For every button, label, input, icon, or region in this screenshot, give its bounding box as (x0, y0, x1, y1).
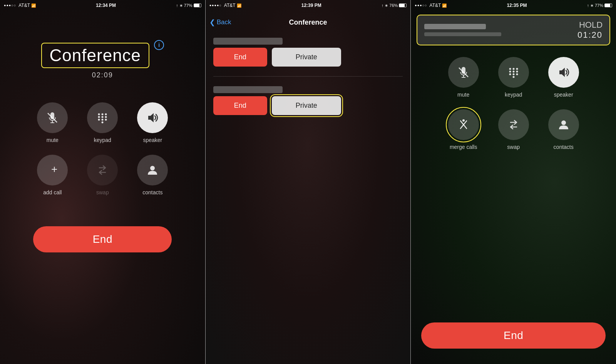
keypad-btn-right[interactable]: keypad (492, 57, 535, 98)
svg-point-6 (98, 116, 100, 118)
battery-pct-mid: 76% (389, 3, 398, 8)
svg-point-15 (150, 166, 155, 170)
conf-actions-2: End Private (213, 96, 403, 115)
buttons-grid-left: mute keypad (31, 102, 174, 195)
buttons-grid-right: mute keypad (442, 57, 585, 150)
hold-card-right: HOLD 01:20 (578, 20, 603, 40)
panel-right: ●●●○○ AT&T 📶 12:35 PM ↑ ∗ 77% HOLD 01:20 (411, 0, 616, 364)
battery-icon-left (194, 3, 201, 7)
back-button-mid[interactable]: ❮ Back (209, 18, 231, 27)
panel-middle: ●●●●○ AT&T 📶 12:39 PM ↑ ∗ 76% ❮ Back Con… (206, 0, 411, 364)
svg-point-3 (98, 114, 100, 115)
svg-point-7 (102, 116, 104, 118)
conf-caller-bar-1 (213, 38, 283, 45)
end-button-left[interactable]: End (33, 226, 172, 252)
conference-title-text: Conference (50, 46, 141, 65)
svg-point-12 (102, 122, 104, 124)
svg-marker-29 (559, 68, 565, 77)
bluetooth-icon-left: ∗ (179, 3, 183, 8)
contacts-icon-right (557, 119, 570, 131)
speaker-btn-left[interactable]: speaker (131, 102, 174, 143)
carrier-left: AT&T (18, 3, 30, 8)
svg-point-5 (105, 114, 107, 115)
swap-icon-right (507, 119, 520, 131)
signal-dots: ●●●○○ (4, 3, 16, 7)
mute-btn-right[interactable]: mute (442, 57, 485, 98)
svg-point-28 (512, 76, 514, 78)
add-call-circle-left[interactable]: + (37, 155, 68, 185)
swap-btn-left: swap (81, 155, 124, 195)
conf-divider (213, 76, 403, 77)
call-timer-left: 02:09 (92, 71, 113, 79)
svg-point-10 (102, 119, 104, 121)
arrow-icon-right: ↑ (587, 3, 589, 8)
swap-btn-right[interactable]: swap (492, 109, 535, 150)
svg-point-23 (512, 71, 514, 73)
battery-pct-right: 77% (595, 3, 603, 8)
status-bar-middle: ●●●●○ AT&T 📶 12:39 PM ↑ ∗ 76% (206, 0, 411, 11)
mute-circle-right[interactable] (448, 57, 479, 88)
merge-calls-icon-right (457, 118, 470, 132)
keypad-icon-left (97, 112, 108, 124)
status-left: ●●●○○ AT&T 📶 (4, 3, 36, 8)
speaker-btn-right[interactable]: speaker (542, 57, 585, 98)
speaker-label-right: speaker (554, 92, 573, 98)
svg-text:+: + (51, 164, 57, 175)
hold-name-bar (424, 24, 486, 29)
battery-pct-left: 77% (184, 3, 192, 8)
conf-end-btn-1[interactable]: End (213, 48, 267, 67)
status-left-right: ●●●○○ AT&T 📶 (415, 3, 447, 8)
svg-point-21 (516, 68, 518, 70)
nav-title-mid: Conference (289, 18, 327, 27)
conf-caller-bar-2 (213, 86, 283, 93)
swap-label-right: swap (507, 144, 520, 150)
svg-point-20 (512, 68, 514, 70)
contacts-btn-right[interactable]: contacts (542, 109, 585, 150)
mute-label-left: mute (47, 137, 59, 143)
conf-end-btn-2[interactable]: End (213, 96, 267, 115)
contacts-label-right: contacts (554, 144, 574, 150)
contacts-circle-right[interactable] (548, 109, 579, 140)
wifi-icon-right: 📶 (442, 3, 447, 8)
conference-title-box: Conference (41, 43, 149, 68)
speaker-circle-left[interactable] (137, 102, 168, 133)
merge-calls-btn-right[interactable]: merge calls (442, 109, 485, 150)
mute-btn-left[interactable]: mute (31, 102, 74, 143)
conference-title-area: Conference i (41, 22, 164, 68)
speaker-circle-right[interactable] (548, 57, 579, 88)
back-label[interactable]: Back (217, 18, 231, 26)
wifi-icon-mid: 📶 (237, 3, 241, 8)
contacts-circle-left[interactable] (137, 155, 168, 185)
keypad-btn-left[interactable]: keypad (81, 102, 124, 143)
add-call-btn-left[interactable]: + add call (31, 155, 74, 195)
conference-list: End Private End Private (206, 32, 411, 121)
battery-icon-right (604, 3, 612, 7)
keypad-label-left: keypad (94, 137, 111, 143)
keypad-circle-left[interactable] (87, 102, 118, 133)
speaker-label-left: speaker (143, 137, 162, 143)
merge-calls-circle-right[interactable] (448, 109, 479, 140)
bluetooth-icon-mid: ∗ (385, 3, 388, 8)
swap-circle-right[interactable] (498, 109, 529, 140)
mute-icon-left (46, 112, 59, 124)
conf-item-2: End Private (213, 86, 403, 115)
keypad-circle-right[interactable] (498, 57, 529, 88)
panel-left: ●●●○○ AT&T 📶 12:34 PM ↑ ∗ 77% Conference… (0, 0, 205, 364)
svg-point-26 (512, 73, 514, 75)
conf-actions-1: End Private (213, 48, 403, 67)
carrier-right: AT&T (430, 3, 441, 8)
arrow-icon-mid: ↑ (382, 3, 384, 8)
conf-private-btn-1[interactable]: Private (272, 48, 341, 67)
conf-private-btn-2[interactable]: Private (272, 96, 341, 115)
svg-point-27 (516, 73, 518, 75)
bluetooth-icon-right: ∗ (590, 3, 594, 8)
mute-circle-left[interactable] (37, 102, 68, 133)
end-button-right[interactable]: End (421, 322, 606, 349)
hold-card-left (424, 24, 501, 36)
contacts-btn-left[interactable]: contacts (131, 155, 174, 195)
info-icon-left[interactable]: i (154, 40, 164, 50)
svg-point-31 (561, 120, 566, 125)
svg-point-22 (509, 71, 511, 73)
swap-label-left: swap (96, 189, 109, 195)
status-bar-left: ●●●○○ AT&T 📶 12:34 PM ↑ ∗ 77% (0, 0, 205, 11)
